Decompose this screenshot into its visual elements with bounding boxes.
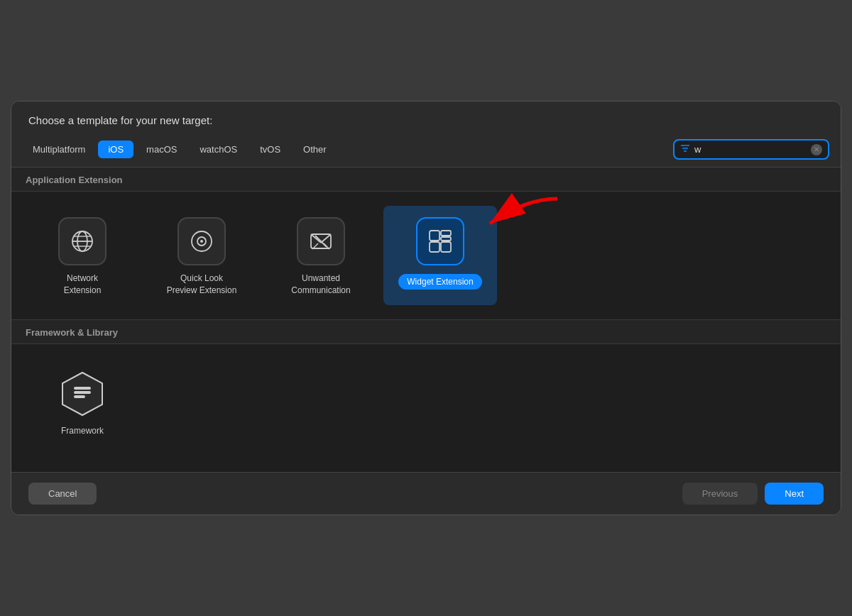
tab-tvos[interactable]: tvOS: [250, 141, 290, 158]
framework-label: Framework: [61, 425, 104, 437]
section-header-framework: Framework & Library: [11, 320, 841, 344]
widget-extension-wrapper: Widget Extension: [383, 206, 497, 305]
search-input[interactable]: [694, 144, 807, 155]
template-dialog: Choose a template for your new target: M…: [11, 101, 841, 515]
tab-ios[interactable]: iOS: [98, 141, 133, 158]
svg-line-13: [321, 234, 331, 243]
tab-other[interactable]: Other: [293, 141, 337, 158]
content-area: Application Extension NetworkExtension: [11, 167, 841, 472]
unwanted-communication-icon: [297, 217, 345, 265]
dialog-title: Choose a template for your new target:: [11, 101, 841, 135]
network-extension-label: NetworkExtension: [64, 273, 102, 297]
svg-rect-24: [74, 391, 91, 394]
template-framework[interactable]: Framework: [26, 358, 139, 458]
template-quicklook-extension[interactable]: Quick LookPreview Extension: [145, 206, 258, 305]
tab-watchos[interactable]: watchOS: [190, 141, 247, 158]
section-header-app-extension: Application Extension: [11, 167, 841, 192]
svg-rect-17: [430, 231, 439, 241]
template-network-extension[interactable]: NetworkExtension: [26, 206, 139, 305]
unwanted-communication-label: UnwantedCommunication: [291, 273, 350, 297]
previous-button: Previous: [682, 483, 758, 505]
tab-macos[interactable]: macOS: [136, 141, 187, 158]
widget-extension-icon: [416, 217, 464, 265]
cancel-button[interactable]: Cancel: [28, 483, 97, 505]
app-extension-grid: NetworkExtension Quick LookPreview Exten…: [11, 192, 841, 319]
search-clear-button[interactable]: ✕: [811, 144, 822, 155]
template-widget-extension[interactable]: Widget Extension: [383, 206, 497, 305]
search-filter-icon: [680, 143, 690, 155]
framework-grid: Framework: [11, 344, 841, 472]
svg-rect-18: [441, 231, 451, 236]
svg-point-10: [200, 240, 203, 243]
tab-multiplatform[interactable]: Multiplatform: [23, 141, 95, 158]
network-extension-icon: [58, 217, 106, 265]
nav-button-group: Previous Next: [682, 483, 824, 505]
next-button[interactable]: Next: [765, 483, 824, 505]
framework-icon: [58, 370, 106, 418]
svg-rect-20: [430, 242, 439, 252]
tab-bar: Multiplatform iOS macOS watchOS tvOS Oth…: [11, 135, 841, 167]
template-unwanted-communication[interactable]: UnwantedCommunication: [264, 206, 378, 305]
svg-rect-25: [74, 387, 91, 390]
widget-extension-badge: Widget Extension: [398, 274, 481, 290]
svg-rect-21: [441, 242, 451, 252]
bottom-bar: Cancel Previous Next: [11, 472, 841, 515]
svg-rect-19: [441, 237, 451, 241]
svg-rect-26: [74, 395, 85, 398]
quicklook-extension-icon: [178, 217, 226, 265]
search-bar: ✕: [673, 139, 829, 160]
quicklook-extension-label: Quick LookPreview Extension: [167, 273, 237, 297]
